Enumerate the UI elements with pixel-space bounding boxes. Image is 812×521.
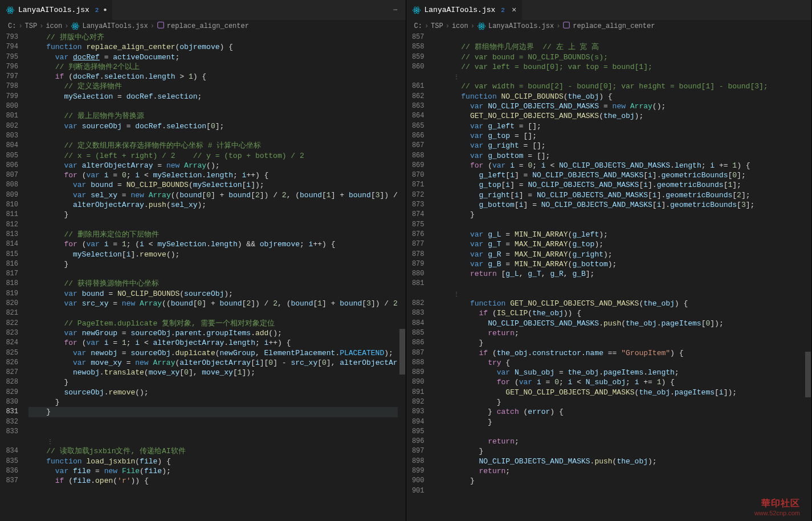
tab-file-left[interactable]: LanyaAITools.jsx 2 ●: [0, 0, 113, 20]
code-line[interactable]: var newGroup = sourceObj.parent.groupIte…: [28, 328, 406, 338]
code-line[interactable]: [28, 427, 406, 437]
tab-file-right[interactable]: LanyaAITools.jsx 2 ×: [406, 0, 523, 20]
code-line[interactable]: [435, 427, 812, 437]
code-line[interactable]: }: [435, 476, 812, 486]
breadcrumb-segment[interactable]: C:: [8, 22, 16, 30]
code-line[interactable]: }: [28, 210, 406, 219]
code-line[interactable]: }: [28, 377, 406, 387]
code-line[interactable]: if (docRef.selection.length > 1) {: [28, 72, 406, 82]
code-line[interactable]: var sel_xy = new Array((bound[0] + bound…: [28, 190, 406, 200]
code-line[interactable]: var g_bottom = [];: [435, 151, 812, 161]
code-line[interactable]: function replace_align_center(objremove)…: [28, 42, 406, 52]
code-line[interactable]: [28, 308, 406, 318]
code-line[interactable]: for (var i = 1; i < alterObjectArray.len…: [28, 338, 406, 348]
vertical-scrollbar[interactable]: [803, 32, 811, 521]
code-line[interactable]: return;: [435, 328, 812, 338]
code-line[interactable]: for (var i = 0; i < mySelection.length; …: [28, 170, 406, 180]
code-line[interactable]: ⋮: [435, 72, 812, 82]
code-line[interactable]: var alterObjectArray = new Array();: [28, 161, 406, 170]
code-line[interactable]: g_top[i] = NO_CLIP_OBJECTS_AND_MASKS[i].…: [435, 180, 812, 190]
code-line[interactable]: var bound = NO_CLIP_BOUNDS(mySelection[i…: [28, 180, 406, 190]
code-line[interactable]: for (var i = 1; (i < mySelection.length)…: [28, 239, 406, 249]
code-line[interactable]: // 判断选择物件2个以上: [28, 62, 406, 72]
code-line[interactable]: GET_NO_CLIP_OBJECTS_AND_MASKS(the_obj.pa…: [435, 388, 812, 397]
code-line[interactable]: var file = new File(file);: [28, 466, 406, 476]
code-line[interactable]: // var width = bound[2] - bound[0]; var …: [435, 82, 812, 91]
code-line[interactable]: }: [435, 338, 812, 348]
code-line[interactable]: // 定义选择物件: [28, 82, 406, 91]
scroll-thumb[interactable]: [399, 329, 405, 375]
scroll-thumb[interactable]: [805, 352, 811, 397]
code-line[interactable]: // 拼版中心对齐: [28, 32, 406, 42]
breadcrumb-segment[interactable]: TSP: [431, 22, 443, 30]
code-line[interactable]: // 获得替换源物件中心坐标: [28, 279, 406, 288]
code-line[interactable]: [435, 279, 812, 288]
close-icon[interactable]: ×: [512, 6, 516, 14]
code-line[interactable]: // x = (left + right) / 2 // y = (top + …: [28, 151, 406, 161]
code-editor-right[interactable]: 8578588598608618628638648658668678688698…: [406, 32, 812, 521]
code-line[interactable]: function load_jsxbin(file) {: [28, 457, 406, 466]
code-line[interactable]: var g_top = [];: [435, 131, 812, 141]
code-line[interactable]: [28, 269, 406, 279]
code-line[interactable]: [28, 101, 406, 111]
code-line[interactable]: }: [435, 397, 812, 407]
code-line[interactable]: // 群组物件几何边界 // 左 上 宽 高: [435, 42, 812, 52]
code-content[interactable]: // 群组物件几何边界 // 左 上 宽 高 // var bound = NO…: [435, 32, 812, 521]
code-line[interactable]: var sourceObj = docRef.selection[0];: [28, 121, 406, 131]
code-line[interactable]: var g_R = MAX_IN_ARRAY(g_right);: [435, 250, 812, 259]
code-line[interactable]: if (IS_CLIP(the_obj)) {: [435, 308, 812, 318]
tab-actions-more-icon[interactable]: ⋯: [393, 6, 405, 14]
vertical-scrollbar[interactable]: [398, 32, 406, 521]
code-line[interactable]: }: [28, 259, 406, 269]
code-line[interactable]: var N_sub_obj = the_obj.pageItems.length…: [435, 368, 812, 377]
code-line[interactable]: // var left = bound[0]; var top = bound[…: [435, 62, 812, 72]
code-line[interactable]: g_right[i] = NO_CLIP_OBJECTS_AND_MASKS[i…: [435, 190, 812, 200]
code-line[interactable]: [435, 220, 812, 230]
code-line[interactable]: NO_CLIP_OBJECTS_AND_MASKS.push(the_obj.p…: [435, 319, 812, 328]
code-line[interactable]: // 最上层物件为替换源: [28, 111, 406, 121]
code-line[interactable]: // 删除用来定位的下层物件: [28, 230, 406, 239]
code-line[interactable]: ⋮: [28, 437, 406, 446]
code-line[interactable]: var g_left = [];: [435, 121, 812, 131]
code-line[interactable]: [435, 32, 812, 42]
code-line[interactable]: var g_T = MAX_IN_ARRAY(g_top);: [435, 239, 812, 249]
code-line[interactable]: var move_xy = new Array(alterObjectArray…: [28, 358, 406, 368]
code-line[interactable]: sourceObj.remove();: [28, 388, 406, 397]
code-line[interactable]: var g_right = [];: [435, 141, 812, 150]
code-line[interactable]: try {: [435, 358, 812, 368]
code-line[interactable]: [28, 131, 406, 141]
breadcrumb-right[interactable]: C:›TSP›icon›LanyaAITools.jsx›replace_ali…: [406, 20, 812, 32]
code-line[interactable]: [28, 417, 406, 427]
breadcrumb-segment[interactable]: TSP: [25, 22, 38, 30]
code-line[interactable]: var g_L = MIN_IN_ARRAY(g_left);: [435, 230, 812, 239]
code-line[interactable]: for (var i = 0; i < N_sub_obj; i += 1) {: [435, 377, 812, 387]
code-line[interactable]: }: [28, 397, 406, 407]
breadcrumb-segment[interactable]: replace_align_center: [157, 21, 249, 31]
breadcrumb-segment[interactable]: replace_align_center: [562, 21, 655, 31]
code-line[interactable]: alterObjectArray.push(sel_xy);: [28, 200, 406, 210]
code-line[interactable]: [28, 220, 406, 230]
code-line[interactable]: }: [28, 407, 406, 417]
code-line[interactable]: } catch (error) {: [435, 407, 812, 417]
breadcrumb-segment[interactable]: icon: [452, 22, 468, 30]
breadcrumb-segment[interactable]: LanyaAITools.jsx: [477, 22, 554, 31]
code-line[interactable]: function GET_NO_CLIP_OBJECTS_AND_MASKS(t…: [435, 299, 812, 308]
code-line[interactable]: return [g_L, g_T, g_R, g_B];: [435, 269, 812, 279]
code-editor-left[interactable]: 7937947957967977987998008018028038048058…: [0, 32, 406, 521]
code-line[interactable]: mySelection[i].remove();: [28, 250, 406, 259]
code-line[interactable]: // 读取加载jsxbin文件, 传递给AI软件: [28, 446, 406, 456]
code-line[interactable]: }: [435, 417, 812, 427]
code-line[interactable]: if (the_obj.constructor.name == "GroupIt…: [435, 348, 812, 358]
code-line[interactable]: var docRef = activeDocument;: [28, 52, 406, 62]
code-line[interactable]: }: [435, 446, 812, 456]
breadcrumb-left[interactable]: C:›TSP›icon›LanyaAITools.jsx›replace_ali…: [0, 20, 406, 32]
code-line[interactable]: mySelection = docRef.selection;: [28, 92, 406, 101]
code-line[interactable]: // PageItem.duplicate 复制对象, 需要一个相对对象定位: [28, 319, 406, 328]
code-line[interactable]: g_bottom[i] = NO_CLIP_OBJECTS_AND_MASKS[…: [435, 200, 812, 210]
code-line[interactable]: var src_xy = new Array((bound[0] + bound…: [28, 299, 406, 308]
breadcrumb-segment[interactable]: LanyaAITools.jsx: [71, 22, 148, 31]
code-line[interactable]: if (file.open('r')) {: [28, 476, 406, 486]
code-line[interactable]: return;: [435, 437, 812, 446]
code-line[interactable]: return;: [435, 466, 812, 476]
breadcrumb-segment[interactable]: C:: [414, 22, 422, 30]
